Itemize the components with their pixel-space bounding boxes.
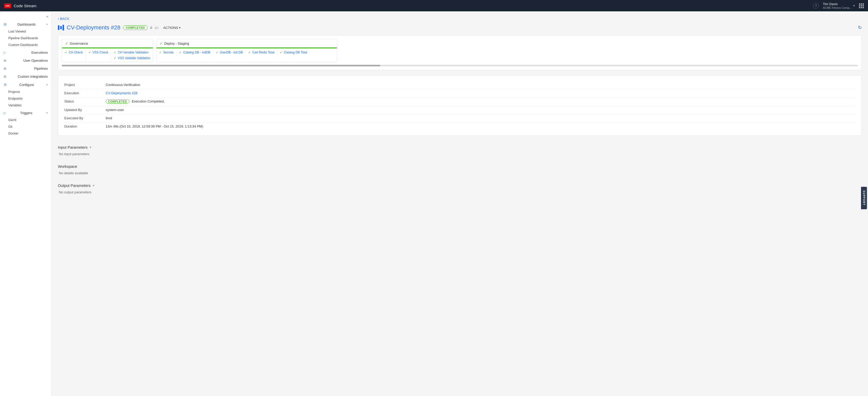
output-params-title: Output Parameters — [58, 183, 91, 188]
configure-icon: ⚙ — [4, 82, 7, 87]
back-chevron-icon: ‹ — [58, 16, 59, 21]
sidebar-item-last-viewed[interactable]: Last Viewed — [0, 28, 52, 35]
topnav-right: ? Tim Davis ACME Fitness Comp... ▾ — [813, 2, 864, 9]
back-label: BACK — [60, 17, 69, 21]
sidebar-custom-integrations-header[interactable]: ⊞ Custom Integrations — [0, 73, 52, 80]
sidebar-section-user-operations: ⊞ User Operations — [0, 57, 52, 64]
task-secrets[interactable]: ✓ Secrets — [159, 50, 174, 55]
scroll-thumb — [62, 65, 380, 66]
sidebar-user-operations-header[interactable]: ⊞ User Operations — [0, 57, 52, 64]
task-secrets-col: ✓ Secrets — [157, 48, 177, 56]
sidebar-section-configure: ⚙ Configure ▾ Projects Endpoints Variabl… — [0, 81, 52, 109]
task-vss-check[interactable]: ✓ VSS Check — [88, 50, 108, 55]
dashboards-chevron-icon: ▾ — [46, 23, 48, 26]
task-cart-redis-col: ✓ Cart Redis Total — [246, 48, 277, 56]
task-catalog-db-initdb[interactable]: ✓ Catalog DB - InitDB — [179, 50, 210, 55]
sidebar-item-gerrit[interactable]: Gerrit — [0, 117, 52, 123]
actions-button[interactable]: ACTIONS ▾ — [161, 25, 183, 31]
sidebar-collapse-button[interactable]: « — [0, 13, 52, 21]
sidebar-item-variables[interactable]: Variables — [0, 102, 52, 109]
stage-governance-header: ✓ Governance — [62, 39, 153, 48]
userdb-init-label: UserDB - Init DB — [220, 51, 243, 54]
input-params-title: Input Parameters — [58, 145, 88, 150]
governance-check-icon: ✓ — [65, 41, 68, 45]
secrets-label: Secrets — [163, 51, 174, 54]
workspace-title: Workspace — [58, 164, 77, 169]
sidebar-section-triggers: ▷ Triggers ▾ Gerrit Git Docker — [0, 109, 52, 137]
detail-row-execution: Execution CV-Deployments #28 — [64, 89, 855, 97]
support-tab[interactable]: SUPPORT — [861, 187, 867, 209]
pipeline-icon-bar1 — [58, 25, 59, 30]
sidebar-pipelines-header[interactable]: ⊞ Pipelines — [0, 65, 52, 72]
sidebar: « ⊞ Dashboards ▾ Last Viewed Pipeline Da… — [0, 11, 52, 396]
status-label: Status — [64, 99, 106, 103]
task-cart-redis[interactable]: ✓ Cart Redis Total — [248, 50, 274, 55]
execution-link[interactable]: CV-Deployments #28 — [106, 91, 137, 95]
detail-row-status: Status COMPLETED Execution Completed. — [64, 97, 855, 106]
task-ch-variable[interactable]: ✓ CH Variable Validation — [114, 50, 150, 55]
sidebar-item-projects[interactable]: Projects — [0, 89, 52, 95]
task-ch-check[interactable]: ✓ CH Check — [65, 50, 83, 55]
status-badge: COMPLETED — [123, 25, 148, 30]
ch-check-label: CH Check — [69, 51, 83, 54]
topnav-left: vm Code Stream — [4, 3, 36, 8]
user-chevron-icon[interactable]: ▾ — [853, 4, 855, 7]
scroll-indicator — [62, 65, 858, 66]
user-name-text: Tim Davis — [823, 2, 838, 6]
sidebar-dashboards-header[interactable]: ⊞ Dashboards ▾ — [0, 21, 52, 28]
project-label: Project — [64, 83, 106, 87]
task-userdb-init[interactable]: ✓ UserDB - Init DB — [216, 50, 243, 55]
executed-by-value: timd — [106, 116, 112, 120]
input-params-header[interactable]: Input Parameters ▾ — [58, 145, 862, 150]
sidebar-user-operations-label: User Operations — [23, 59, 48, 63]
pipeline-icon — [58, 25, 64, 30]
status-value: COMPLETED Execution Completed. — [106, 99, 164, 103]
secrets-check-icon: ✓ — [159, 51, 162, 54]
back-link[interactable]: ‹ BACK — [58, 16, 862, 21]
sidebar-triggers-label: Triggers — [20, 111, 32, 115]
refresh-button[interactable]: ↻ — [858, 25, 862, 30]
user-name: Tim Davis ACME Fitness Comp... — [823, 2, 852, 9]
stages-row: ✓ Governance ✓ CH Check — [62, 39, 858, 62]
status-text: Execution Completed. — [132, 99, 164, 103]
sidebar-configure-label: Configure — [20, 83, 34, 87]
help-icon[interactable]: ? — [813, 3, 819, 8]
governance-tasks: ✓ CH Check ✓ VSS Check — [62, 48, 153, 62]
output-params-section: Output Parameters ▾ No output parameters — [58, 179, 862, 198]
page-title: CV-Deployments #28 — [67, 24, 120, 31]
input-params-chevron-icon: ▾ — [90, 145, 91, 149]
tag-icon[interactable]: 🏷 — [155, 26, 159, 30]
topnav: vm Code Stream ? Tim Davis ACME Fitness … — [0, 0, 868, 11]
sidebar-configure-header[interactable]: ⚙ Configure ▾ — [0, 81, 52, 89]
task-catalog-db-total[interactable]: ✓ Catalog DB Total — [280, 50, 307, 55]
input-params-content: No input parameters — [58, 152, 862, 156]
sidebar-section-dashboards: ⊞ Dashboards ▾ Last Viewed Pipeline Dash… — [0, 21, 52, 48]
sidebar-triggers-header[interactable]: ▷ Triggers ▾ — [0, 109, 52, 117]
main-content: ‹ BACK CV-Deployments #28 COMPLETED 0 🏷 … — [52, 11, 868, 396]
task-vss-variable[interactable]: ✓ VSS Variable Validation — [114, 56, 150, 60]
details-section: Project Continuous-Verification Executio… — [58, 75, 862, 136]
sidebar-item-git[interactable]: Git — [0, 123, 52, 130]
sidebar-executions-header[interactable]: ▷ Executions — [0, 49, 52, 56]
sidebar-item-docker[interactable]: Docker — [0, 130, 52, 137]
sidebar-pipelines-label: Pipelines — [34, 67, 48, 70]
governance-task-vss-check: ✓ VSS Check — [86, 48, 111, 62]
user-operations-icon: ⊞ — [4, 59, 6, 63]
triggers-chevron-icon: ▾ — [46, 111, 48, 114]
workspace-header[interactable]: Workspace — [58, 164, 862, 169]
actions-label: ACTIONS — [163, 26, 178, 30]
output-params-header[interactable]: Output Parameters ▾ — [58, 183, 862, 188]
governance-variable-tasks: ✓ CH Variable Validation ✓ VSS Variable … — [111, 48, 153, 62]
catalog-db-total-check-icon: ✓ — [280, 51, 282, 54]
sidebar-item-pipeline-dashboards[interactable]: Pipeline Dashboards — [0, 35, 52, 41]
sidebar-item-endpoints[interactable]: Endpoints — [0, 95, 52, 102]
executed-by-label: Executed By — [64, 116, 106, 120]
grid-menu-icon[interactable] — [859, 3, 864, 8]
user-info: Tim Davis ACME Fitness Comp... ▾ — [823, 2, 855, 9]
vss-check-label: VSS Check — [92, 51, 108, 54]
pipeline-icon-bar2 — [60, 26, 62, 29]
sidebar-item-custom-dashboards[interactable]: Custom Dashboards — [0, 41, 52, 48]
catalog-db-total-label: Catalog DB Total — [284, 51, 307, 54]
actions-chevron-icon: ▾ — [179, 26, 181, 29]
deploy-staging-tasks: ✓ Secrets ✓ Catalog DB - InitDB — [157, 48, 337, 56]
